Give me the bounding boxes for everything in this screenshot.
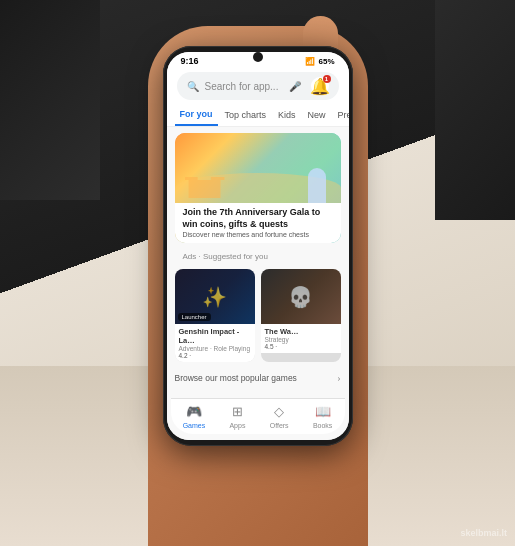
- genshin-rating: 4.2 ·: [179, 352, 251, 359]
- top-right-object: [435, 0, 515, 220]
- status-time: 9:16: [181, 56, 199, 66]
- walkingdead-card-info: The Wa… Strategy 4.5 ·: [261, 324, 341, 353]
- banner-title: Join the 7th Anniversary Gala to win coi…: [183, 207, 333, 230]
- tab-premium[interactable]: Premi…: [333, 105, 349, 125]
- bell-icon: 🔔: [310, 77, 330, 96]
- nav-games[interactable]: 🎮 Games: [183, 404, 206, 429]
- bottom-navigation: 🎮 Games ⊞ Apps ◇ Offers 📖 Books: [171, 398, 345, 434]
- tab-top-charts[interactable]: Top charts: [220, 105, 272, 125]
- app-install-row: ⚔ Lords Mobile: Kingdom… IGG.COM Install…: [175, 242, 341, 243]
- walkingdead-card-image: 💀: [261, 269, 341, 324]
- watermark: skelbmai.lt: [460, 528, 507, 538]
- games-icon: 🎮: [186, 404, 202, 420]
- top-left-object: [0, 0, 100, 200]
- walkingdead-icon: 💀: [288, 285, 313, 309]
- suggested-card-walkingdead[interactable]: 💀 The Wa… Strategy 4.5 ·: [261, 269, 341, 362]
- books-label: Books: [313, 422, 332, 429]
- nav-books[interactable]: 📖 Books: [313, 404, 332, 429]
- genshin-icon: ✨: [202, 285, 227, 309]
- walkingdead-rating: 4.5 ·: [265, 343, 337, 350]
- search-bar-container: 🔍 Search for app... 🎤 🔔: [167, 68, 349, 104]
- search-icon: 🔍: [187, 81, 199, 92]
- walkingdead-art: 💀: [261, 269, 341, 324]
- apps-label: Apps: [229, 422, 245, 429]
- featured-banner[interactable]: Ends in 3 days Join the 7th Anniversary …: [175, 133, 341, 243]
- suggested-section-header: Ads · Suggested for you: [167, 249, 349, 263]
- suggested-cards-row: ✨ Launcher Genshin Impact - La… Adventur…: [167, 269, 349, 362]
- hand-container: 9:16 📶 65% 🔍 Search for app... 🎤 🔔: [88, 26, 428, 546]
- genshin-title: Genshin Impact - La…: [179, 327, 251, 345]
- popular-games-bar[interactable]: Browse our most popular games ›: [167, 368, 349, 387]
- genshin-card-info: Genshin Impact - La… Adventure · Role Pl…: [175, 324, 255, 362]
- search-placeholder: Search for app...: [205, 81, 283, 92]
- tab-kids[interactable]: Kids: [273, 105, 301, 125]
- nav-offers[interactable]: ◇ Offers: [270, 404, 289, 429]
- phone-screen: 9:16 📶 65% 🔍 Search for app... 🎤 🔔: [167, 52, 349, 440]
- battery-icon: 65%: [318, 57, 334, 66]
- genshin-subtitle: Adventure · Role Playing: [179, 345, 251, 352]
- mic-icon[interactable]: 🎤: [289, 81, 301, 92]
- status-icons: 📶 65%: [305, 57, 334, 66]
- walkingdead-title: The Wa…: [265, 327, 337, 336]
- apps-icon: ⊞: [232, 404, 243, 420]
- banner-background-art: [175, 133, 341, 203]
- category-tabs: For you Top charts Kids New Premi…: [167, 104, 349, 127]
- notification-badge[interactable]: 🔔: [311, 77, 329, 95]
- signal-icon: 📶: [305, 57, 315, 66]
- arrow-icon: ›: [337, 372, 340, 383]
- walkingdead-subtitle: Strategy: [265, 336, 337, 343]
- games-label: Games: [183, 422, 206, 429]
- search-input-field[interactable]: 🔍 Search for app... 🎤 🔔: [177, 72, 339, 100]
- camera-notch: [253, 52, 263, 62]
- main-content: Ends in 3 days Join the 7th Anniversary …: [167, 127, 349, 440]
- offers-label: Offers: [270, 422, 289, 429]
- popular-label: Browse our most popular games: [175, 373, 297, 383]
- tab-for-you[interactable]: For you: [175, 104, 218, 126]
- banner-text-area: Join the 7th Anniversary Gala to win coi…: [175, 203, 341, 242]
- suggested-card-genshin[interactable]: ✨ Launcher Genshin Impact - La… Adventur…: [175, 269, 255, 362]
- ads-suggested-label: Ads · Suggested for you: [175, 252, 276, 261]
- phone-device: 9:16 📶 65% 🔍 Search for app... 🎤 🔔: [163, 46, 353, 446]
- nav-apps[interactable]: ⊞ Apps: [229, 404, 245, 429]
- books-icon: 📖: [315, 404, 331, 420]
- castle-decoration: [185, 168, 225, 198]
- genshin-card-image: ✨ Launcher: [175, 269, 255, 324]
- offers-icon: ◇: [274, 404, 284, 420]
- tab-new[interactable]: New: [303, 105, 331, 125]
- character-decoration: [308, 168, 326, 203]
- genshin-game-label: Launcher: [178, 313, 211, 321]
- banner-subtitle: Discover new themes and fortune chests: [183, 231, 333, 238]
